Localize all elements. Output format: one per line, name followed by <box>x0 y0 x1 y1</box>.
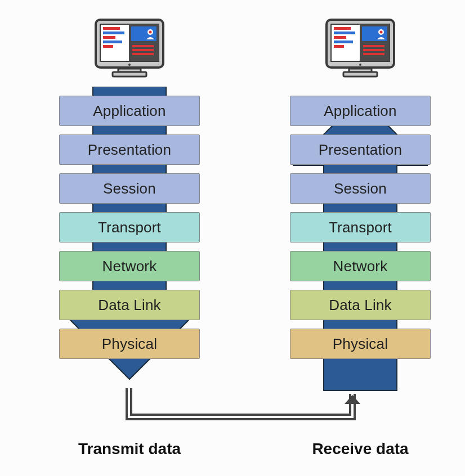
transmit-column: Application Presentation Session Transpo… <box>34 17 225 367</box>
layer-datalink: Data Link <box>59 290 200 320</box>
transmit-caption: Transmit data <box>34 440 225 458</box>
svg-rect-25 <box>334 45 344 48</box>
svg-rect-29 <box>363 45 384 47</box>
svg-marker-36 <box>345 395 360 404</box>
layer-physical: Physical <box>290 329 431 359</box>
layer-application: Application <box>59 96 200 126</box>
layer-datalink: Data Link <box>290 290 431 320</box>
layer-presentation: Presentation <box>59 134 200 165</box>
svg-point-28 <box>380 31 383 34</box>
layer-physical: Physical <box>59 329 200 359</box>
layer-session: Session <box>290 173 431 204</box>
computer-icon <box>324 17 397 79</box>
svg-rect-23 <box>334 36 346 39</box>
transmit-layers: Application Presentation Session Transpo… <box>34 96 225 359</box>
svg-rect-6 <box>103 41 122 43</box>
svg-rect-24 <box>334 41 353 43</box>
receive-caption: Receive data <box>265 440 456 458</box>
svg-rect-13 <box>132 53 154 55</box>
svg-point-16 <box>128 64 131 66</box>
svg-rect-4 <box>103 32 124 34</box>
svg-rect-7 <box>103 45 113 48</box>
svg-rect-12 <box>132 49 154 51</box>
svg-point-34 <box>359 64 361 66</box>
layer-network: Network <box>59 251 200 281</box>
connector-arrow-icon <box>90 388 383 439</box>
svg-rect-21 <box>334 27 351 30</box>
layer-transport: Transport <box>59 212 200 243</box>
receive-column: Application Presentation Session Transpo… <box>265 17 456 367</box>
layer-application: Application <box>290 96 431 126</box>
svg-rect-5 <box>103 36 115 39</box>
layer-session: Session <box>59 173 200 204</box>
receive-layers: Application Presentation Session Transpo… <box>265 96 456 359</box>
svg-rect-22 <box>334 32 355 34</box>
svg-rect-15 <box>113 72 146 77</box>
svg-rect-33 <box>343 72 377 77</box>
layer-network: Network <box>290 251 431 281</box>
osi-diagram: Application Presentation Session Transpo… <box>0 0 465 476</box>
svg-rect-31 <box>363 53 384 55</box>
layer-transport: Transport <box>290 212 431 243</box>
svg-point-10 <box>149 31 152 34</box>
layer-presentation: Presentation <box>290 134 431 165</box>
svg-rect-30 <box>363 49 384 51</box>
computer-icon <box>93 17 166 79</box>
svg-rect-3 <box>103 27 120 30</box>
svg-rect-11 <box>132 45 154 47</box>
